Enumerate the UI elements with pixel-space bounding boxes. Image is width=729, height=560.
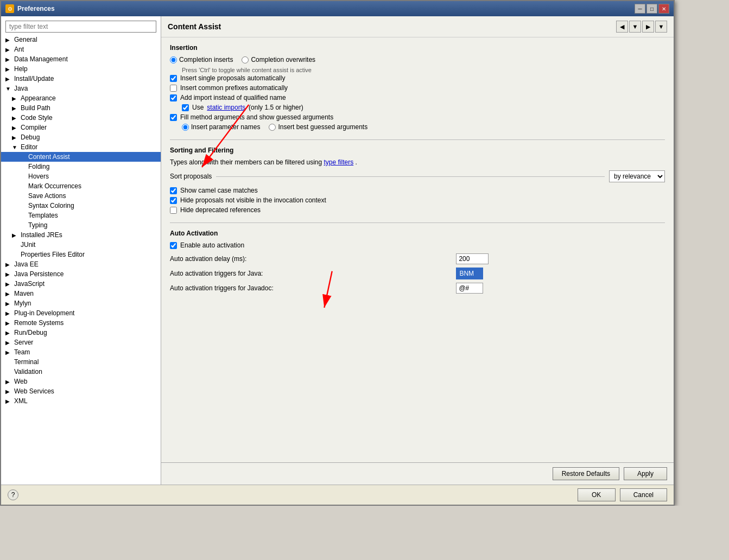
- static-imports-link[interactable]: static imports: [207, 104, 245, 111]
- param-mode-group: Insert parameter names Insert best guess…: [182, 123, 665, 131]
- sidebar-label-maven: Maven: [14, 290, 34, 297]
- delay-input[interactable]: [456, 253, 489, 264]
- insert-best-guessed-option[interactable]: Insert best guessed arguments: [269, 123, 367, 131]
- hide-not-visible-checkbox[interactable]: [170, 197, 177, 204]
- show-camel-case-label: Show camel case matches: [180, 187, 258, 194]
- insert-param-names-option[interactable]: Insert parameter names: [182, 123, 260, 131]
- forward-dropdown[interactable]: ▼: [655, 21, 667, 33]
- insert-single-proposals-item[interactable]: Insert single proposals automatically: [170, 74, 665, 82]
- sidebar-item-debug[interactable]: ▶Debug: [1, 132, 161, 142]
- insert-best-guessed-radio[interactable]: [269, 124, 276, 131]
- fill-method-args-checkbox[interactable]: [170, 114, 177, 121]
- sidebar-item-run-debug[interactable]: ▶Run/Debug: [1, 328, 161, 338]
- completion-overwrites-label: Completion overwrites: [251, 56, 315, 63]
- sidebar-item-java[interactable]: ▼Java: [1, 84, 161, 93]
- java-triggers-input[interactable]: [456, 268, 483, 279]
- sort-select[interactable]: by relevance alphabetically: [609, 170, 665, 182]
- enable-auto-activation-item[interactable]: Enable auto activation: [170, 241, 665, 249]
- sidebar-item-web[interactable]: ▶Web: [1, 377, 161, 386]
- close-button[interactable]: ✕: [658, 4, 669, 14]
- sidebar-item-appearance[interactable]: ▶Appearance: [1, 93, 161, 103]
- javadoc-triggers-input[interactable]: [456, 283, 483, 294]
- sidebar-item-install-update[interactable]: ▶Install/Update: [1, 74, 161, 84]
- sidebar-item-terminal[interactable]: Terminal: [1, 357, 161, 367]
- sort-proposals-row: Sort proposals by relevance alphabetical…: [170, 170, 665, 182]
- sidebar-item-ant[interactable]: ▶Ant: [1, 44, 161, 54]
- sidebar-item-java-ee[interactable]: ▶Java EE: [1, 259, 161, 269]
- sidebar-item-editor[interactable]: ▼Editor: [1, 142, 161, 152]
- sidebar-item-maven[interactable]: ▶Maven: [1, 289, 161, 298]
- sidebar-item-content-assist[interactable]: Content Assist: [1, 152, 161, 162]
- preferences-icon: ⚙: [5, 4, 14, 13]
- cancel-button[interactable]: Cancel: [620, 488, 667, 501]
- insert-single-proposals-checkbox[interactable]: [170, 75, 177, 82]
- help-button[interactable]: ?: [8, 489, 18, 500]
- hide-deprecated-item[interactable]: Hide deprecated references: [170, 206, 665, 214]
- sidebar-item-help[interactable]: ▶Help: [1, 64, 161, 74]
- sidebar-item-syntax-coloring[interactable]: Syntax Coloring: [1, 201, 161, 211]
- insert-single-proposals-label: Insert single proposals automatically: [180, 74, 285, 82]
- sidebar-item-server[interactable]: ▶Server: [1, 338, 161, 347]
- tree-container: ▶General▶Ant▶Data Management▶Help▶Instal…: [1, 35, 161, 406]
- sidebar-item-plugin-development[interactable]: ▶Plug-in Development: [1, 308, 161, 318]
- insert-param-names-radio[interactable]: [182, 124, 189, 131]
- sidebar-item-team[interactable]: ▶Team: [1, 347, 161, 357]
- completion-inserts-option[interactable]: Completion inserts: [170, 56, 233, 63]
- maximize-button[interactable]: □: [646, 4, 657, 14]
- back-dropdown[interactable]: ▼: [629, 21, 641, 33]
- fill-method-args-label: Fill method arguments and show guessed a…: [180, 113, 333, 121]
- sidebar-item-properties-files-editor[interactable]: Properties Files Editor: [1, 250, 161, 259]
- sidebar-item-compiler[interactable]: ▶Compiler: [1, 123, 161, 132]
- sidebar-label-folding: Folding: [28, 163, 49, 170]
- sidebar-label-compiler: Compiler: [21, 124, 47, 131]
- sidebar-item-general[interactable]: ▶General: [1, 35, 161, 44]
- type-filters-link[interactable]: type filters: [324, 158, 354, 166]
- sidebar-label-web-services: Web Services: [14, 387, 54, 395]
- sidebar-item-installed-jres[interactable]: ▶Installed JREs: [1, 230, 161, 240]
- insert-common-prefixes-checkbox[interactable]: [170, 85, 177, 92]
- tree-arrow-javascript: ▶: [5, 281, 12, 287]
- sidebar-item-mark-occurrences[interactable]: Mark Occurrences: [1, 181, 161, 191]
- sidebar-item-save-actions[interactable]: Save Actions: [1, 191, 161, 201]
- sidebar-item-templates[interactable]: Templates: [1, 211, 161, 220]
- tree-arrow-maven: ▶: [5, 291, 12, 297]
- sidebar-item-code-style[interactable]: ▶Code Style: [1, 113, 161, 123]
- completion-inserts-radio[interactable]: [170, 56, 177, 63]
- sidebar-item-mylyn[interactable]: ▶Mylyn: [1, 298, 161, 308]
- add-import-checkbox[interactable]: [170, 94, 177, 101]
- sidebar-item-hovers[interactable]: Hovers: [1, 171, 161, 181]
- sidebar-item-typing[interactable]: Typing: [1, 220, 161, 230]
- sidebar-item-web-services[interactable]: ▶Web Services: [1, 386, 161, 396]
- sidebar-item-junit[interactable]: JUnit: [1, 240, 161, 250]
- add-import-item[interactable]: Add import instead of qualified name: [170, 94, 665, 101]
- hide-not-visible-item[interactable]: Hide proposals not visible in the invoca…: [170, 196, 665, 204]
- enable-auto-activation-checkbox[interactable]: [170, 242, 177, 249]
- minimize-button[interactable]: ─: [635, 4, 645, 14]
- insert-common-prefixes-item[interactable]: Insert common prefixes automatically: [170, 84, 665, 92]
- use-static-imports-checkbox[interactable]: [182, 104, 189, 111]
- show-camel-case-item[interactable]: Show camel case matches: [170, 187, 665, 194]
- sidebar-item-xml[interactable]: ▶XML: [1, 396, 161, 406]
- sidebar-item-data-management[interactable]: ▶Data Management: [1, 54, 161, 64]
- sidebar-item-validation[interactable]: Validation: [1, 367, 161, 377]
- tree-arrow-run-debug: ▶: [5, 330, 12, 336]
- hide-deprecated-checkbox[interactable]: [170, 207, 177, 214]
- sidebar-item-build-path[interactable]: ▶Build Path: [1, 103, 161, 113]
- forward-button[interactable]: ▶: [642, 21, 654, 33]
- completion-overwrites-option[interactable]: Completion overwrites: [242, 56, 315, 63]
- sidebar-item-javascript[interactable]: ▶JavaScript: [1, 279, 161, 289]
- fill-method-args-item[interactable]: Fill method arguments and show guessed a…: [170, 113, 665, 121]
- restore-defaults-button[interactable]: Restore Defaults: [553, 467, 619, 480]
- show-camel-case-checkbox[interactable]: [170, 187, 177, 194]
- sidebar-item-folding[interactable]: Folding: [1, 162, 161, 171]
- filter-input[interactable]: [5, 21, 156, 33]
- sidebar-item-remote-systems[interactable]: ▶Remote Systems: [1, 318, 161, 328]
- ok-button[interactable]: OK: [578, 488, 616, 501]
- javadoc-triggers-label: Auto activation triggers for Javadoc:: [170, 284, 449, 292]
- use-static-imports-item[interactable]: Use static imports (only 1.5 or higher): [170, 104, 665, 111]
- tree-arrow-java: ▼: [5, 86, 12, 92]
- completion-overwrites-radio[interactable]: [242, 56, 249, 63]
- back-button[interactable]: ◀: [616, 21, 628, 33]
- sidebar-item-java-persistence[interactable]: ▶Java Persistence: [1, 269, 161, 279]
- apply-button[interactable]: Apply: [624, 467, 667, 480]
